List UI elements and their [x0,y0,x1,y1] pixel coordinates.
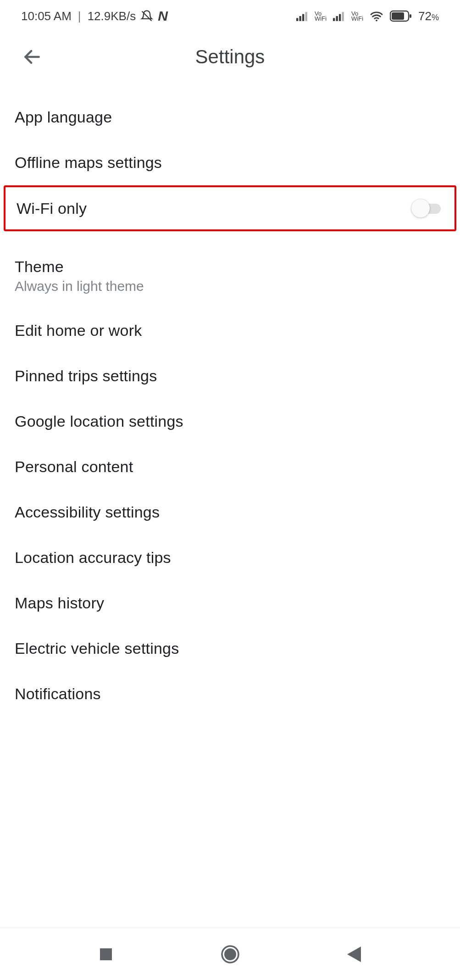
battery-percent: 72% [418,9,439,23]
svg-point-16 [224,948,236,960]
svg-rect-5 [333,18,335,21]
row-label: Location accuracy tips [15,549,171,567]
row-app-language[interactable]: App language [0,95,460,140]
svg-rect-8 [342,12,344,21]
row-sublabel: Always in light theme [15,278,144,294]
row-label: Theme [15,258,144,276]
square-icon [99,947,113,961]
status-left: 10:05 AM | 12.9KB/s N [21,8,168,24]
page-title: Settings [0,46,460,68]
battery-icon [390,10,412,22]
dnd-mute-icon [140,10,153,22]
status-divider: | [78,9,81,23]
wifi-icon [370,11,383,22]
row-accessibility[interactable]: Accessibility settings [0,490,460,535]
row-personal-content[interactable]: Personal content [0,444,460,490]
row-label: Personal content [15,458,133,476]
row-label: Offline maps settings [15,154,162,172]
row-pinned-trips[interactable]: Pinned trips settings [0,353,460,399]
vowifi-icon-2: Vo WiFi [351,11,363,21]
letter-n-icon: N [158,8,168,24]
row-label: Wi-Fi only [17,200,87,217]
switch-thumb [411,199,430,217]
back-button[interactable] [18,43,46,71]
status-right: Vo WiFi Vo WiFi [296,9,439,23]
nav-back-button[interactable] [336,936,372,973]
row-maps-history[interactable]: Maps history [0,580,460,626]
row-wifi-only[interactable]: Wi-Fi only [4,185,456,231]
row-notifications[interactable]: Notifications [0,671,460,717]
status-data-rate: 12.9KB/s [88,9,136,23]
arrow-back-icon [22,47,42,67]
svg-rect-12 [410,14,411,18]
settings-list: App language Offline maps settings Wi-Fi… [0,95,460,717]
row-theme[interactable]: Theme Always in light theme [0,244,460,308]
row-label: Maps history [15,594,104,612]
svg-rect-11 [392,12,404,20]
row-offline-maps[interactable]: Offline maps settings [0,140,460,185]
row-label: Electric vehicle settings [15,640,179,657]
row-label: Edit home or work [15,322,142,340]
wifi-only-toggle[interactable] [411,199,443,217]
row-location-tips[interactable]: Location accuracy tips [0,535,460,580]
signal-icon-2 [333,11,345,21]
svg-point-9 [376,20,377,22]
svg-rect-7 [339,14,341,21]
status-bar: 10:05 AM | 12.9KB/s N Vo WiFi [0,0,460,32]
svg-rect-6 [336,16,338,21]
system-nav-bar [0,928,460,980]
app-bar: Settings [0,32,460,82]
row-google-location[interactable]: Google location settings [0,399,460,444]
row-label: Notifications [15,685,101,703]
svg-rect-2 [299,16,301,21]
nav-home-button[interactable] [212,936,249,973]
row-edit-home-work[interactable]: Edit home or work [0,308,460,353]
row-label: Pinned trips settings [15,367,157,385]
row-label: Google location settings [15,412,183,430]
svg-marker-17 [347,947,361,962]
status-time: 10:05 AM [21,9,72,23]
triangle-back-icon [347,947,361,962]
vowifi-icon: Vo WiFi [315,11,327,21]
nav-recents-button[interactable] [88,936,124,973]
signal-icon [296,11,308,21]
svg-rect-14 [100,948,112,960]
row-label: App language [15,108,112,126]
row-ev-settings[interactable]: Electric vehicle settings [0,626,460,671]
circle-icon [221,945,240,964]
svg-rect-1 [296,18,298,21]
svg-rect-4 [305,12,307,21]
row-label: Accessibility settings [15,503,160,521]
svg-rect-3 [302,14,304,21]
